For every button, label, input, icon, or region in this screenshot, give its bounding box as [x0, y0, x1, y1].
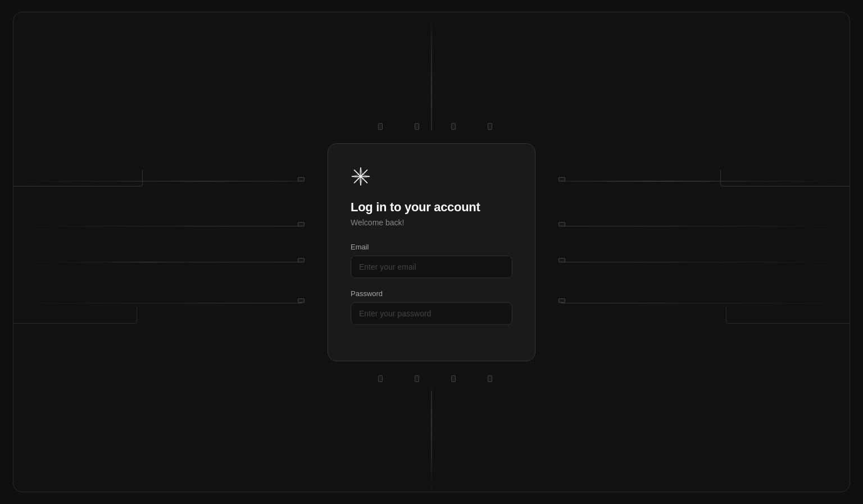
connector-top-2: [415, 123, 419, 130]
angle-left-deco: [13, 170, 143, 187]
connector-right-4: [558, 298, 565, 303]
svg-point-12: [360, 175, 362, 177]
vline-top: [432, 12, 432, 130]
hline-right-4: [561, 303, 850, 303]
password-form-group: Password: [351, 289, 512, 325]
email-input[interactable]: [351, 256, 512, 278]
connector-top-4: [488, 123, 492, 130]
connector-left-2: [298, 222, 305, 226]
connector-left-1: [298, 177, 305, 181]
angle-right-deco-2: [726, 307, 850, 324]
hline-left-3: [13, 262, 302, 262]
angle-right-deco: [720, 170, 850, 187]
vline-bottom: [432, 391, 432, 492]
connector-bottom-3: [451, 375, 456, 382]
password-input[interactable]: [351, 302, 512, 325]
star-burst-icon: [351, 166, 512, 200]
connector-right-1: [558, 177, 565, 181]
hline-right-2: [560, 226, 850, 226]
connector-right-3: [558, 258, 565, 262]
card-subtitle: Welcome back!: [351, 218, 512, 227]
card-title: Log in to your account: [351, 200, 512, 215]
deco-hline-left: [109, 262, 188, 262]
email-label: Email: [351, 243, 512, 251]
connector-top-3: [451, 123, 456, 130]
login-card: Log in to your account Welcome back! Ema…: [328, 143, 535, 361]
angle-left-deco-2: [13, 307, 137, 324]
connector-left-4: [298, 298, 305, 303]
outer-frame: Log in to your account Welcome back! Ema…: [13, 12, 850, 492]
hline-right-1: [563, 181, 850, 181]
hline-left-2: [13, 226, 303, 226]
hline-right-3: [561, 262, 850, 262]
connector-right-2: [558, 222, 565, 226]
email-form-group: Email: [351, 243, 512, 278]
hline-left-4: [13, 303, 302, 303]
connector-top-1: [378, 123, 383, 130]
connector-bottom-4: [488, 375, 492, 382]
password-label: Password: [351, 289, 512, 298]
connector-bottom-1: [378, 375, 383, 382]
connector-bottom-2: [415, 375, 419, 382]
hline-left-1: [13, 181, 300, 181]
connector-left-3: [298, 258, 305, 262]
